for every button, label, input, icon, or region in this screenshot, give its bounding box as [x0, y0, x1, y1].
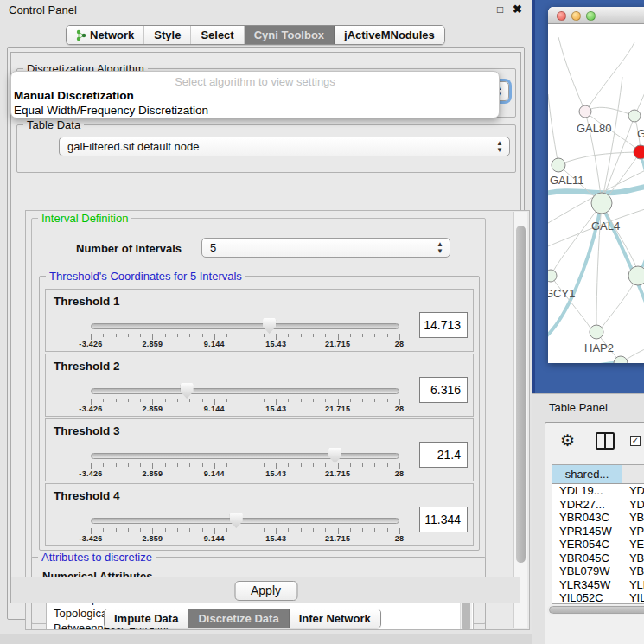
table-row[interactable]: YBR043CYBR0 [552, 511, 644, 525]
network-node-gal80[interactable] [579, 105, 591, 118]
algorithm-hint-text: Select algorithm to view settings [11, 75, 499, 88]
network-window: GAL80GACGAL11GAL4GCY1HHAP2 [548, 7, 644, 363]
slider-track[interactable] [91, 323, 399, 329]
number-of-intervals-combobox[interactable]: 5 ▲▼ [201, 238, 450, 258]
float-window-icon[interactable]: □ [497, 3, 503, 16]
tab-style[interactable]: Style [144, 26, 191, 44]
network-node-h[interactable] [628, 266, 644, 285]
close-icon[interactable]: ✖ [513, 3, 522, 16]
table-toolbar: ⚙ ✓ ✓ [545, 423, 644, 461]
slider-track[interactable] [91, 388, 399, 394]
slider-tick-labels: -3.4262.8599.14415.4321.71528 [91, 534, 399, 544]
slider-tick-labels: -3.4262.8599.14415.4321.71528 [91, 405, 399, 414]
tab-cyni-toolbox[interactable]: Cyni Toolbox [245, 26, 335, 44]
table-row[interactable]: YBL079WYBL0 [552, 564, 644, 578]
table-row[interactable]: YDL19...YDL1 [552, 484, 644, 498]
zoom-traffic-icon[interactable] [586, 11, 596, 21]
tab-impute-data[interactable]: Impute Data [105, 609, 188, 628]
tab-network[interactable]: Network [67, 26, 144, 44]
network-node-gal11[interactable] [552, 158, 565, 172]
tab-label: Cyni Toolbox [254, 29, 324, 41]
table-row[interactable]: YER054CYER0 [552, 538, 644, 552]
interval-definition-title: Interval Definition [38, 212, 131, 225]
network-icon [76, 29, 86, 41]
network-node-gal4[interactable] [591, 193, 612, 214]
table-row[interactable]: YDR27...YDR2 [552, 498, 644, 512]
table-rows: YDL19...YDL1YDR27...YDR2YBR043CYBR0YPR14… [552, 484, 644, 604]
tab-label: Infer Network [299, 612, 371, 625]
threshold-block-4: Threshold 4-3.4262.8599.14415.4321.71528… [45, 483, 474, 546]
table-row[interactable]: YLR345WYLR3 [552, 578, 644, 592]
close-traffic-icon[interactable] [557, 11, 566, 21]
apply-row: Apply [11, 577, 520, 603]
column-header-shared[interactable]: shared... [552, 465, 622, 483]
cyni-toolbox-content: Discretization Algorithm ▲▼ Table Data g… [10, 52, 521, 603]
network-node-gcy1[interactable] [548, 270, 557, 282]
table-data-combobox[interactable]: galFiltered.sif default node ▲▼ [59, 137, 510, 156]
thresholds-group: Threshold's Coordinates for 5 Intervals … [39, 276, 480, 551]
tab-discretize-data[interactable]: Discretize Data [188, 609, 289, 628]
table-cell: YER054C [552, 538, 622, 552]
node-label: GAL4 [591, 220, 620, 233]
threshold-value-field[interactable]: 14.713 [419, 312, 468, 338]
control-panel-titlebar: Control Panel □ ✖ [0, 0, 532, 21]
table-cell: YBR0 [622, 511, 644, 525]
table-row[interactable]: YPR145WYPR1 [552, 525, 644, 539]
network-node-c[interactable] [634, 145, 644, 159]
tab-label: Impute Data [114, 612, 178, 625]
table-panel-box: ⚙ ✓ ✓ shared...na YDL19...YDL1YDR27...YD… [545, 422, 644, 644]
tab-infer-network[interactable]: Infer Network [290, 609, 380, 628]
table-cell: YLR345W [552, 578, 622, 592]
table-cell: YER0 [622, 538, 644, 552]
table-cell: YBR045C [552, 552, 622, 565]
gear-icon[interactable]: ⚙ [560, 430, 575, 450]
table-cell: YBL079W [552, 564, 622, 578]
slider-track[interactable] [91, 518, 399, 524]
screen: Control Panel □ ✖ NetworkStyleSelectCyni… [0, 0, 644, 644]
split-columns-icon[interactable] [596, 432, 615, 450]
control-panel-tabbar: NetworkStyleSelectCyni ToolboxjActiveMNo… [66, 25, 445, 45]
threshold-label: Threshold 1 [54, 295, 120, 308]
right-side: GAL80GACGAL11GAL4GCY1HHAP2 Table Panel ⚙… [532, 0, 644, 644]
menu-item-manual-discretization[interactable]: Manual Discretization [14, 89, 134, 102]
table-header-row: shared...na [552, 465, 644, 484]
slider-track[interactable] [91, 453, 399, 459]
minimize-traffic-icon[interactable] [571, 11, 581, 21]
tab-jactivemnodules[interactable]: jActiveMNodules [335, 26, 444, 44]
apply-button[interactable]: Apply [234, 581, 297, 601]
algorithm-dropdown-popup: Select algorithm to view settings Manual… [10, 71, 500, 118]
table-cell: YDL19... [552, 484, 622, 498]
threshold-slider[interactable]: -3.4262.8599.14415.4321.71528 [91, 450, 399, 476]
table-cell: YBR043C [552, 511, 622, 525]
control-panel-title: Control Panel [9, 3, 77, 16]
threshold-slider[interactable]: -3.4262.8599.14415.4321.71528 [91, 321, 399, 347]
threshold-value-field[interactable]: 6.316 [419, 377, 468, 403]
attributes-group-title: Attributes to discretize [38, 551, 156, 564]
threshold-slider[interactable]: -3.4262.8599.14415.4321.71528 [91, 386, 399, 411]
table-data-value: galFiltered.sif default node [67, 140, 199, 153]
checkbox-icon[interactable]: ✓ [630, 436, 641, 446]
settings-vertical-scrollbar[interactable] [513, 212, 527, 628]
tab-select[interactable]: Select [191, 26, 244, 44]
table-row[interactable]: YIL052CYIL0 [552, 591, 644, 604]
column-header-na[interactable]: na [622, 465, 644, 483]
tab-label: Discretize Data [198, 612, 278, 625]
table-cell: YDR27... [552, 498, 622, 512]
node-label: HAP2 [584, 341, 614, 354]
node-attribute-table[interactable]: shared...na YDL19...YDL1YDR27...YDR2YBR0… [552, 464, 644, 604]
bottom-strip [0, 634, 532, 644]
network-node-ga[interactable] [628, 110, 641, 122]
table-horizontal-scrollbar[interactable] [547, 605, 644, 615]
network-canvas[interactable]: GAL80GACGAL11GAL4GCY1HHAP2 [548, 25, 644, 363]
menu-item-equal-width-discretization[interactable]: Equal Width/Frequency Discretization [14, 104, 208, 117]
node-label: GCY1 [548, 287, 575, 300]
table-cell: YIL052C [552, 591, 622, 604]
threshold-slider[interactable]: -3.4262.8599.14415.4321.71528 [91, 515, 399, 541]
table-row[interactable]: YBR045CYBR0 [552, 552, 644, 565]
table-cell: YDL1 [622, 484, 644, 498]
tab-label: jActiveMNodules [344, 29, 435, 41]
threshold-value-field[interactable]: 11.344 [419, 507, 468, 532]
threshold-value-field[interactable]: 21.4 [419, 442, 468, 468]
network-node-hap2[interactable] [590, 325, 603, 339]
threshold-block-2: Threshold 2-3.4262.8599.14415.4321.71528… [45, 354, 474, 417]
